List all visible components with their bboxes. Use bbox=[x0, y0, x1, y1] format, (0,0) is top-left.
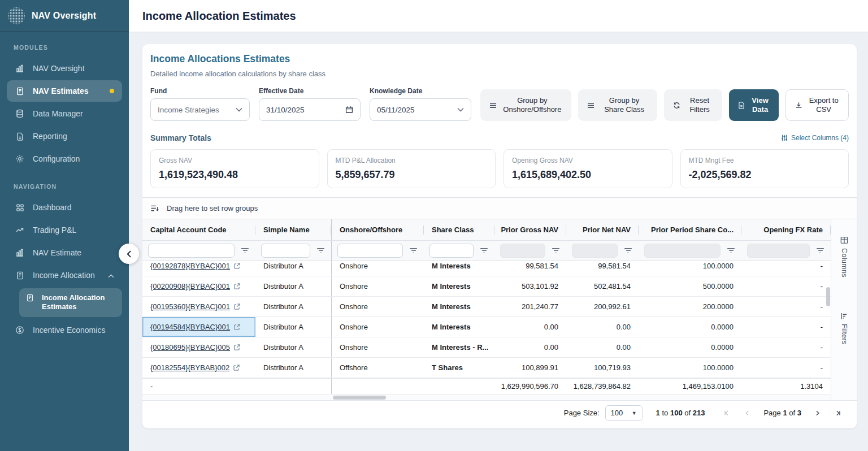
knowledge-date-select[interactable]: 05/11/2025 bbox=[370, 98, 471, 121]
capital-account-code-cell[interactable]: {00195360}{BYBAC}001 bbox=[142, 297, 255, 316]
grid-body: {00192878}{BYBAC}001 Distributor A Onsho… bbox=[142, 261, 831, 378]
external-link-icon[interactable] bbox=[234, 283, 240, 289]
gear-icon bbox=[15, 154, 25, 164]
reset-filters-button[interactable]: Reset Filters bbox=[664, 89, 722, 121]
select-columns-label: Select Columns (4) bbox=[791, 134, 849, 142]
prior-gross-nav-cell: 100,899.91 bbox=[494, 358, 566, 378]
table-row[interactable]: {00182554}{BYBAB}002 Distributor A Offsh… bbox=[142, 358, 831, 378]
capital-account-code-link[interactable]: {00195360}{BYBAC}001 bbox=[150, 302, 230, 311]
group-by-share-class-button[interactable]: Group by Share Class bbox=[578, 89, 658, 121]
view-data-button[interactable]: View Data bbox=[729, 89, 779, 121]
capital-account-code-link[interactable]: {00182554}{BYBAB}002 bbox=[150, 363, 229, 372]
chevron-down-icon bbox=[236, 107, 242, 112]
external-link-icon[interactable] bbox=[234, 263, 240, 269]
filter-input-capital-account-code[interactable] bbox=[148, 244, 235, 258]
main-area: Income Allocation Estimates Income Alloc… bbox=[129, 0, 868, 451]
capital-account-code-cell[interactable]: {00180695}{BYBAC}005 bbox=[142, 337, 255, 357]
table-row[interactable]: {00200908}{BYBAC}001 Distributor A Onsho… bbox=[142, 276, 831, 297]
sidebar-item-dashboard[interactable]: Dashboard bbox=[7, 197, 122, 218]
sidebar-item-nav-oversight[interactable]: NAV Oversight bbox=[7, 58, 122, 79]
filter-cell bbox=[255, 241, 332, 261]
sidebar-collapse-button[interactable] bbox=[119, 244, 139, 264]
summary-card-value: 1,615,689,402.50 bbox=[512, 169, 664, 181]
capital-account-code-cell[interactable]: {00194584}{BYBAC}001 bbox=[142, 317, 255, 337]
filter-menu-icon[interactable] bbox=[478, 246, 490, 256]
select-columns-button[interactable]: Select Columns (4) bbox=[781, 134, 849, 142]
totals-opening-fx-rate: 1.3104 bbox=[741, 379, 831, 394]
calendar-icon[interactable] bbox=[345, 106, 353, 114]
column-header-prior-period-share[interactable]: Prior Period Share Co... bbox=[639, 219, 741, 240]
export-csv-button[interactable]: Export to CSV bbox=[785, 89, 849, 121]
grid-filter-row bbox=[142, 241, 831, 261]
filter-menu-icon[interactable] bbox=[622, 246, 634, 256]
effective-date-input[interactable]: 31/10/2025 bbox=[259, 98, 361, 121]
first-page-button[interactable] bbox=[719, 406, 734, 420]
filter-cell bbox=[566, 241, 639, 261]
prior-period-share-cell: 100.0000 bbox=[639, 358, 741, 378]
onshore-offshore-cell: Onshore bbox=[332, 297, 424, 316]
row-group-drop-zone[interactable]: Drag here to set row groups bbox=[142, 198, 857, 219]
columns-panel-label: Columns bbox=[840, 248, 848, 277]
table-row[interactable]: {00195360}{BYBAC}001 Distributor A Onsho… bbox=[142, 297, 831, 317]
sidebar-item-configuration[interactable]: Configuration bbox=[7, 148, 122, 170]
rows-icon bbox=[587, 102, 594, 109]
sidebar-item-income-allocation[interactable]: Income Allocation bbox=[7, 264, 122, 286]
table-row[interactable]: {00192878}{BYBAC}001 Distributor A Onsho… bbox=[142, 261, 831, 276]
column-header-opening-fx-rate[interactable]: Opening FX Rate bbox=[741, 219, 831, 240]
capital-account-code-link[interactable]: {00192878}{BYBAC}001 bbox=[150, 262, 230, 270]
prior-period-share-cell: 0.0000 bbox=[639, 317, 741, 337]
sidebar-item-incentive-economics[interactable]: Incentive Economics bbox=[7, 319, 122, 341]
column-header-onshore-offshore[interactable]: Onshore/Offshore bbox=[332, 219, 424, 240]
next-page-button[interactable] bbox=[810, 406, 825, 420]
top-bar: Income Allocation Estimates bbox=[129, 0, 868, 32]
external-link-icon[interactable] bbox=[234, 324, 240, 330]
filter-menu-icon[interactable] bbox=[315, 246, 327, 256]
filter-menu-icon[interactable] bbox=[725, 246, 737, 256]
filter-input-prior-gross-nav bbox=[500, 244, 545, 258]
filter-input-simple-name[interactable] bbox=[261, 244, 310, 258]
table-row[interactable]: {00180695}{BYBAC}005 Distributor A Onsho… bbox=[142, 337, 831, 358]
external-link-icon[interactable] bbox=[233, 365, 240, 371]
column-header-prior-gross-nav[interactable]: Prior Gross NAV bbox=[494, 219, 566, 240]
filter-input-onshore-offshore[interactable] bbox=[337, 244, 403, 258]
external-link-icon[interactable] bbox=[234, 303, 240, 310]
group-by-onshore-offshore-button[interactable]: Group by Onshore/Offshore bbox=[480, 89, 571, 121]
previous-page-button[interactable] bbox=[740, 406, 754, 420]
last-page-button[interactable] bbox=[831, 406, 845, 420]
capital-account-code-link[interactable]: {00200908}{BYBAC}001 bbox=[150, 282, 230, 290]
sidebar-item-data-manager[interactable]: Data Manager bbox=[7, 103, 122, 124]
vertical-scrollbar[interactable] bbox=[826, 287, 830, 306]
fund-select[interactable]: Income Strategies bbox=[150, 98, 250, 121]
filter-menu-icon[interactable] bbox=[407, 246, 419, 256]
table-row[interactable]: {00194584}{BYBAC}001 Distributor A Onsho… bbox=[142, 317, 831, 337]
columns-panel-tab[interactable]: Columns bbox=[840, 236, 848, 277]
column-header-simple-name[interactable]: Simple Name bbox=[255, 219, 332, 240]
sidebar-item-reporting[interactable]: Reporting bbox=[7, 125, 122, 147]
share-class-cell: M Interests bbox=[424, 317, 494, 337]
sidebar-item-nav-estimates[interactable]: NAV Estimates bbox=[7, 80, 122, 102]
horizontal-scrollbar[interactable] bbox=[333, 396, 386, 400]
filter-menu-icon[interactable] bbox=[550, 246, 562, 256]
capital-account-code-link[interactable]: {00180695}{BYBAC}005 bbox=[150, 343, 230, 352]
column-header-share-class[interactable]: Share Class bbox=[424, 219, 494, 240]
sidebar-item-trading-pl[interactable]: Trading P&L bbox=[7, 219, 122, 241]
capital-account-code-cell[interactable]: {00200908}{BYBAC}001 bbox=[142, 276, 255, 296]
filter-menu-icon[interactable] bbox=[814, 246, 826, 256]
capital-account-code-link[interactable]: {00194584}{BYBAC}001 bbox=[150, 323, 230, 331]
capital-account-code-cell[interactable]: {00182554}{BYBAB}002 bbox=[142, 358, 255, 378]
hscroll-track[interactable] bbox=[332, 394, 831, 400]
filter-menu-icon[interactable] bbox=[239, 246, 251, 256]
filter-input-share-class[interactable] bbox=[429, 244, 474, 258]
rows-icon bbox=[489, 102, 497, 109]
sidebar-item-nav-estimate[interactable]: NAV Estimate bbox=[7, 242, 122, 263]
column-header-capital-account-code[interactable]: Capital Account Code bbox=[142, 219, 255, 240]
filters-panel-tab[interactable]: Filters bbox=[840, 313, 848, 345]
external-link-icon[interactable] bbox=[234, 344, 240, 350]
column-header-prior-net-nav[interactable]: Prior Net NAV bbox=[566, 219, 639, 240]
simple-name-cell: Distributor A bbox=[255, 261, 332, 276]
sidebar-subitem-income-allocation-estimates[interactable]: Income Allocation Estimates bbox=[19, 288, 122, 317]
bar-chart-icon bbox=[15, 63, 25, 73]
page-size-select[interactable]: 100 ▼ bbox=[605, 405, 643, 421]
capital-account-code-cell[interactable]: {00192878}{BYBAC}001 bbox=[142, 261, 255, 276]
page-of-word: of bbox=[789, 409, 795, 417]
